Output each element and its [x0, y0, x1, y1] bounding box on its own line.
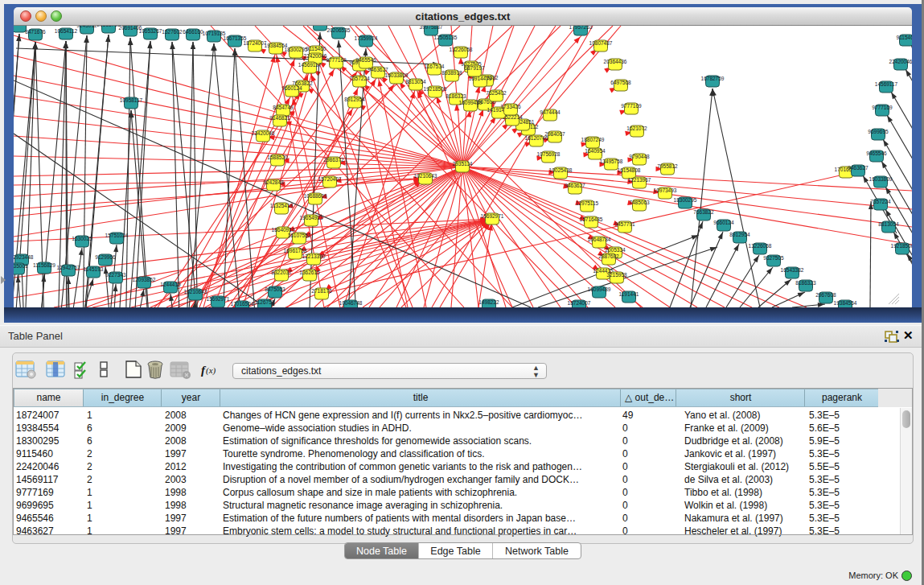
- svg-text:12093852: 12093852: [133, 277, 156, 282]
- svg-text:9660124: 9660124: [713, 220, 734, 225]
- svg-text:10719185: 10719185: [203, 31, 226, 36]
- svg-text:20364436: 20364436: [604, 59, 627, 64]
- svg-text:16099489: 16099489: [588, 286, 611, 292]
- svg-text:16033809: 16033809: [869, 176, 893, 182]
- svg-text:19218506: 19218506: [891, 243, 912, 249]
- svg-text:1244415: 1244415: [160, 282, 181, 287]
- svg-text:18300295: 18300295: [285, 47, 308, 52]
- svg-text:8475063: 8475063: [265, 286, 285, 292]
- svg-text:1621072: 1621072: [626, 126, 647, 131]
- svg-text:16107552: 16107552: [288, 233, 311, 238]
- svg-text:6879197: 6879197: [464, 65, 485, 71]
- svg-text:22420046: 22420046: [889, 59, 912, 64]
- svg-text:17957253: 17957253: [569, 26, 593, 30]
- svg-text:10807487: 10807487: [589, 40, 613, 46]
- svg-text:8813054: 8813054: [405, 79, 426, 84]
- svg-text:3215958: 3215958: [606, 272, 627, 278]
- svg-text:1498222: 1498222: [478, 299, 499, 305]
- svg-text:18640910: 18640910: [272, 227, 295, 233]
- svg-text:23420046: 23420046: [252, 130, 275, 136]
- svg-text:9242848: 9242848: [263, 179, 284, 185]
- svg-text:7357224: 7357224: [349, 76, 370, 81]
- svg-text:7955812: 7955812: [657, 163, 678, 169]
- svg-text:11156829: 11156829: [33, 262, 55, 268]
- svg-text:9227343: 9227343: [105, 272, 126, 278]
- svg-text:15716485: 15716485: [580, 216, 603, 222]
- svg-text:1527602: 1527602: [162, 29, 183, 35]
- svg-text:8186323: 8186323: [795, 280, 816, 286]
- svg-text:12975115: 12975115: [576, 200, 599, 206]
- svg-text:18807249: 18807249: [581, 137, 605, 142]
- svg-text:10046748: 10046748: [339, 300, 363, 306]
- svg-text:13226058: 13226058: [749, 243, 772, 249]
- svg-text:(x): (x): [206, 365, 216, 376]
- svg-text:14569117: 14569117: [298, 62, 322, 68]
- svg-text:10648784: 10648784: [588, 237, 611, 242]
- svg-text:7357224: 7357224: [870, 199, 891, 204]
- svg-text:7663822: 7663822: [693, 209, 714, 215]
- svg-text:1362615: 1362615: [299, 270, 320, 275]
- svg-text:16961758: 16961758: [284, 248, 307, 253]
- svg-text:9474444: 9474444: [540, 109, 561, 115]
- svg-text:39975887: 39975887: [420, 26, 443, 30]
- svg-text:9463627: 9463627: [368, 67, 388, 72]
- svg-text:1126753: 1126753: [255, 299, 275, 305]
- svg-text:9465546: 9465546: [866, 150, 887, 156]
- svg-text:15751024: 15751024: [105, 233, 129, 238]
- svg-text:18300295: 18300295: [674, 197, 697, 203]
- svg-text:9465546: 9465546: [355, 57, 376, 63]
- svg-text:10756928: 10756928: [537, 151, 561, 157]
- svg-text:1588520: 1588520: [267, 154, 288, 160]
- svg-text:9457791: 9457791: [614, 221, 635, 227]
- svg-text:1640954: 1640954: [585, 148, 606, 154]
- svg-text:10654112: 10654112: [55, 28, 78, 34]
- svg-text:16154808: 16154808: [618, 167, 641, 173]
- svg-text:16782759: 16782759: [701, 76, 725, 81]
- svg-text:8912954: 8912954: [729, 232, 750, 237]
- svg-text:9146821: 9146821: [269, 115, 290, 121]
- svg-text:9463627: 9463627: [848, 165, 869, 171]
- svg-text:20553719: 20553719: [97, 26, 121, 27]
- svg-text:8454749: 8454749: [273, 105, 294, 110]
- svg-text:10025438: 10025438: [549, 167, 573, 173]
- svg-text:2005334: 2005334: [605, 247, 626, 253]
- svg-text:9699695: 9699695: [868, 129, 889, 134]
- svg-text:11325419: 11325419: [270, 203, 294, 208]
- svg-text:10210643: 10210643: [414, 173, 437, 179]
- svg-text:2718176: 2718176: [311, 288, 332, 294]
- svg-text:8435001: 8435001: [14, 263, 28, 269]
- svg-text:9777169: 9777169: [326, 57, 347, 63]
- svg-text:7632621: 7632621: [14, 26, 30, 27]
- svg-text:22420046: 22420046: [304, 53, 327, 59]
- svg-text:16210643: 16210643: [184, 289, 207, 295]
- svg-text:1191441: 1191441: [619, 291, 639, 297]
- svg-text:9790448: 9790448: [629, 154, 650, 159]
- svg-text:9777169: 9777169: [621, 103, 642, 109]
- svg-text:15720407: 15720407: [318, 176, 342, 182]
- svg-text:2967608: 2967608: [815, 292, 836, 298]
- svg-text:18724007: 18724007: [244, 40, 267, 46]
- svg-text:12505135: 12505135: [434, 35, 458, 40]
- svg-text:8813054: 8813054: [878, 221, 899, 227]
- svg-text:7625402: 7625402: [486, 90, 507, 96]
- svg-text:2935114: 2935114: [453, 161, 473, 167]
- svg-text:8471676: 8471676: [25, 29, 46, 35]
- svg-text:14569117: 14569117: [875, 81, 898, 87]
- svg-text:9463627: 9463627: [565, 183, 585, 188]
- svg-text:16671355: 16671355: [224, 35, 247, 41]
- svg-text:17016504: 17016504: [231, 301, 254, 307]
- svg-text:20206535: 20206535: [327, 27, 351, 33]
- svg-text:9115460: 9115460: [306, 46, 326, 51]
- svg-text:9660124: 9660124: [281, 85, 302, 91]
- svg-text:9129966: 9129966: [95, 254, 116, 260]
- svg-text:2986372: 2986372: [323, 157, 344, 163]
- svg-text:9115460: 9115460: [897, 35, 912, 40]
- svg-text:12213967: 12213967: [628, 177, 651, 183]
- svg-text:12923448: 12923448: [14, 254, 34, 260]
- svg-text:18724007: 18724007: [568, 300, 591, 306]
- svg-text:10688609: 10688609: [304, 193, 327, 199]
- svg-text:16543382: 16543382: [781, 267, 804, 273]
- svg-text:10958117: 10958117: [120, 97, 143, 103]
- svg-text:17359924: 17359924: [355, 35, 378, 41]
- svg-text:7485063: 7485063: [629, 200, 650, 205]
